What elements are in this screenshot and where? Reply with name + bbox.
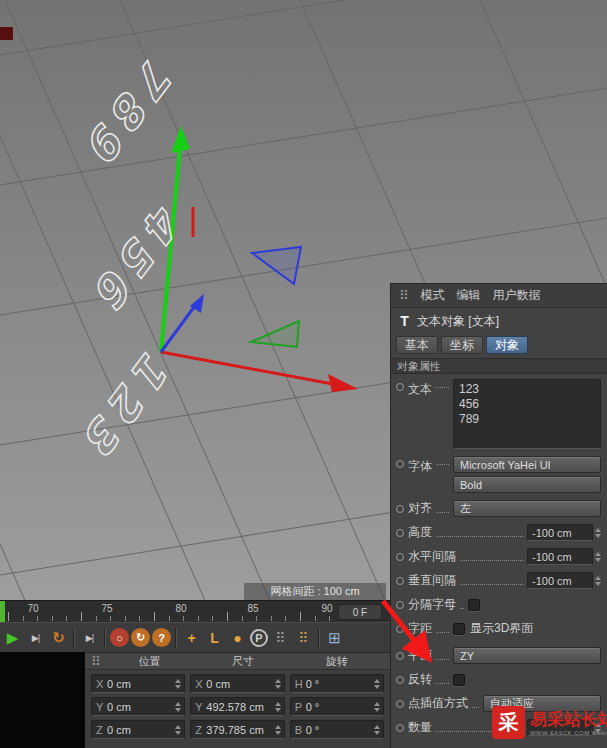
tab-object[interactable]: 对象 bbox=[486, 336, 528, 354]
record-snapshot-button[interactable]: ○ bbox=[110, 628, 129, 647]
menu-mode[interactable]: 模式 bbox=[421, 287, 445, 304]
autokey-cycle-button[interactable]: ↻ bbox=[131, 628, 150, 647]
field-spinner[interactable] bbox=[275, 725, 281, 735]
keyframe-dot[interactable] bbox=[396, 676, 404, 684]
ruler-tick-75: 75 bbox=[96, 603, 118, 614]
menu-edit[interactable]: 编辑 bbox=[457, 287, 481, 304]
reverse-checkbox[interactable] bbox=[453, 674, 465, 686]
keyframe-dot[interactable] bbox=[396, 505, 404, 513]
record-help-icon: ? bbox=[158, 632, 165, 644]
position-y-field[interactable]: Y 0 cm bbox=[91, 697, 185, 716]
field-value: 0 cm bbox=[206, 678, 272, 690]
panel-grip-icon: ⠿ bbox=[91, 654, 101, 669]
keyframe-dot[interactable] bbox=[396, 700, 404, 708]
autokey-cycle-icon: ↻ bbox=[136, 631, 145, 644]
font-family-dropdown[interactable]: Microsoft YaHei UI bbox=[453, 456, 601, 473]
field-value: 0 cm bbox=[107, 724, 173, 736]
play-icon: ▶ bbox=[7, 629, 19, 647]
rotation-h-field[interactable]: H 0 ° bbox=[290, 674, 384, 693]
keyframe-dot[interactable] bbox=[396, 724, 404, 732]
x-axis-arrowhead[interactable] bbox=[328, 374, 358, 392]
axis-label: P bbox=[295, 701, 306, 713]
y-axis-arrowhead[interactable] bbox=[171, 126, 190, 153]
plane-handle-blue[interactable] bbox=[252, 247, 301, 284]
keyframe-points-button-b[interactable]: ⠿ bbox=[293, 627, 314, 648]
keyframe-scale-icon: L bbox=[210, 630, 219, 646]
text-object-icon: T bbox=[398, 313, 411, 329]
coordinate-header: ⠿ 位置 尺寸 旋转 bbox=[85, 653, 390, 670]
vertical-spacing-input[interactable]: -100 cm bbox=[527, 572, 593, 589]
panel-grip-icon: ⠿ bbox=[399, 288, 409, 303]
position-z-field[interactable]: Z 0 cm bbox=[91, 720, 185, 739]
loop-playback-button[interactable]: ↻ bbox=[48, 627, 69, 648]
field-spinner[interactable] bbox=[175, 702, 181, 712]
field-spinner[interactable] bbox=[175, 679, 181, 689]
timeline-playhead[interactable] bbox=[0, 601, 5, 623]
keyframe-dot[interactable] bbox=[396, 460, 404, 468]
position-x-field[interactable]: X 0 cm bbox=[91, 674, 185, 693]
field-spinner[interactable] bbox=[374, 702, 380, 712]
toolbar-separator bbox=[175, 628, 177, 648]
rotation-b-field[interactable]: B 0 ° bbox=[290, 720, 384, 739]
loop-icon: ↻ bbox=[52, 629, 65, 647]
field-spinner[interactable] bbox=[175, 725, 181, 735]
text-content-input[interactable]: 123 456 789 bbox=[453, 379, 601, 449]
next-frame-button[interactable]: ▶| bbox=[25, 627, 46, 648]
keyframe-dot[interactable] bbox=[396, 529, 404, 537]
ruler-tick-90: 90 bbox=[316, 603, 338, 614]
show-3d-gui-checkbox[interactable] bbox=[453, 623, 465, 635]
horizontal-spacing-spinner[interactable] bbox=[595, 552, 601, 562]
keyframe-parameter-button[interactable]: P bbox=[250, 629, 268, 647]
plane-handle-green[interactable] bbox=[251, 321, 299, 347]
vertical-spacing-spinner[interactable] bbox=[595, 576, 601, 586]
interpolation-label: 点插值方式 bbox=[408, 695, 468, 712]
height-input[interactable]: -100 cm bbox=[527, 524, 593, 541]
size-z-field[interactable]: Z 379.785 cm bbox=[190, 720, 284, 739]
size-y-field[interactable]: Y 492.578 cm bbox=[190, 697, 284, 716]
field-spinner[interactable] bbox=[275, 679, 281, 689]
record-snapshot-icon: ○ bbox=[116, 632, 123, 644]
timeline-ruler[interactable]: 70 75 80 85 90 0 F bbox=[0, 600, 390, 622]
horizontal-spacing-input[interactable]: -100 cm bbox=[527, 548, 593, 565]
toolbar-separator bbox=[104, 628, 106, 648]
font-style-dropdown[interactable]: Bold bbox=[453, 476, 601, 493]
goto-end-button[interactable]: ▶| bbox=[79, 627, 100, 648]
field-value: 0 ° bbox=[306, 724, 372, 736]
size-x-field[interactable]: X 0 cm bbox=[190, 674, 284, 693]
dotted-leader bbox=[436, 387, 449, 388]
x-axis-handle[interactable] bbox=[161, 352, 338, 385]
plane-dropdown[interactable]: ZY bbox=[453, 647, 601, 664]
align-dropdown[interactable]: 左 bbox=[453, 500, 601, 517]
row-height: 高度 -100 cm bbox=[396, 524, 601, 541]
tab-coordinates[interactable]: 坐标 bbox=[441, 336, 483, 354]
keyframe-dot[interactable] bbox=[396, 553, 404, 561]
section-object-properties[interactable]: 对象属性 bbox=[391, 358, 607, 374]
keyframe-dot[interactable] bbox=[396, 577, 404, 585]
keyframe-rotation-icon: ● bbox=[233, 630, 241, 646]
field-spinner[interactable] bbox=[374, 679, 380, 689]
record-help-button[interactable]: ? bbox=[152, 628, 171, 647]
dotted-leader bbox=[460, 584, 523, 585]
height-spinner[interactable] bbox=[595, 528, 601, 538]
separate-letters-checkbox[interactable] bbox=[468, 599, 480, 611]
field-spinner[interactable] bbox=[275, 702, 281, 712]
keyframe-dot[interactable] bbox=[396, 383, 404, 391]
coordinate-grid: X 0 cm X 0 cm H 0 ° Y 0 cm Y 492.578 bbox=[85, 670, 390, 743]
field-spinner[interactable] bbox=[374, 725, 380, 735]
play-button[interactable]: ▶ bbox=[2, 627, 23, 648]
axis-label: B bbox=[295, 724, 306, 736]
menu-userdata[interactable]: 用户数据 bbox=[493, 287, 541, 304]
keyframe-rotation-button[interactable]: ● bbox=[227, 627, 248, 648]
snap-grid-button[interactable]: ⊞ bbox=[324, 627, 345, 648]
keyframe-position-button[interactable]: + bbox=[181, 627, 202, 648]
row-vertical-spacing: 垂直间隔 -100 cm bbox=[396, 572, 601, 589]
dotted-leader bbox=[436, 536, 523, 537]
keyframe-scale-button[interactable]: L bbox=[204, 627, 225, 648]
tab-basic[interactable]: 基本 bbox=[396, 336, 438, 354]
dotted-leader bbox=[460, 608, 464, 609]
size-header: 尺寸 bbox=[196, 654, 290, 669]
rotation-p-field[interactable]: P 0 ° bbox=[290, 697, 384, 716]
viewport-corner-marker bbox=[0, 27, 13, 40]
grid-spacing-label: 网格间距 : 100 cm bbox=[243, 582, 387, 601]
keyframe-points-button-a[interactable]: ⠿ bbox=[270, 627, 291, 648]
